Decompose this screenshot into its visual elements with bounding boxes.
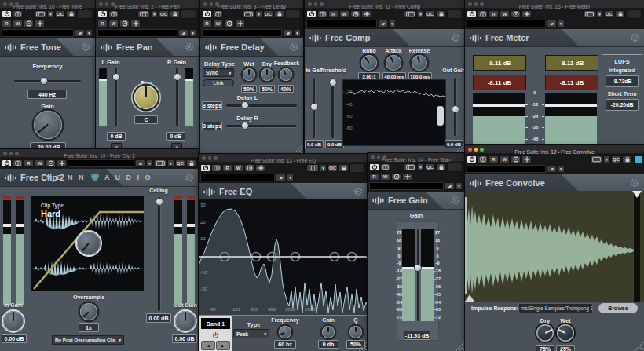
read-automation-button[interactable]: R xyxy=(369,173,379,181)
qc-lock-button[interactable] xyxy=(436,163,446,171)
automation-button[interactable] xyxy=(24,20,34,27)
gain-knob[interactable] xyxy=(322,326,335,338)
ceiling-slider[interactable] xyxy=(158,197,160,311)
add-function-button[interactable] xyxy=(255,164,265,172)
preset-field[interactable] xyxy=(369,182,444,190)
out-gain-value[interactable]: 0.00 dB xyxy=(172,334,197,343)
dropdown-menu-button[interactable]: ▾ xyxy=(456,182,463,190)
settings-gear-icon[interactable] xyxy=(353,187,363,196)
clip-curve-knob[interactable] xyxy=(77,232,101,255)
write-automation-button[interactable]: W xyxy=(108,20,119,27)
clip-type-value[interactable]: Hard xyxy=(41,209,60,218)
qc-button[interactable]: QC xyxy=(425,163,435,171)
release-knob[interactable] xyxy=(412,55,427,71)
automation-button[interactable] xyxy=(224,20,234,27)
dropdown-menu-button[interactable]: ▾ xyxy=(320,164,327,172)
titlebar[interactable]: Free Suite: Ins. 12 - Free Convolve xyxy=(465,145,644,154)
wet-value[interactable]: 50% xyxy=(241,85,257,93)
settings-gear-icon[interactable] xyxy=(630,33,639,42)
start-marker-icon[interactable] xyxy=(465,294,474,302)
qc-button[interactable]: QC xyxy=(263,10,273,18)
settings-gear-icon[interactable] xyxy=(451,196,460,205)
dropdown-menu-button[interactable]: ▾ xyxy=(146,159,153,167)
traffic-lights[interactable] xyxy=(468,2,484,6)
threshold-value[interactable]: 0.0 dB xyxy=(325,140,344,148)
write-automation-button[interactable]: W xyxy=(499,10,510,18)
dropdown-menu-button[interactable]: ▾ xyxy=(558,20,565,27)
automation-button[interactable] xyxy=(244,164,254,172)
impulse-response-path[interactable]: ms/Single Samples/Trompong 3.wav xyxy=(518,303,593,313)
compare-button[interactable] xyxy=(13,159,23,167)
qc-button[interactable]: QC xyxy=(604,10,614,18)
bypass-button[interactable] xyxy=(2,159,12,167)
qc-lock-button[interactable] xyxy=(615,10,625,18)
traffic-lights[interactable] xyxy=(468,148,484,152)
delay-type-dropdown[interactable]: Sync▾ xyxy=(203,68,234,77)
end-marker-icon[interactable] xyxy=(632,191,642,198)
short-term-value[interactable]: -20.20dB xyxy=(606,99,639,111)
traffic-lights[interactable] xyxy=(3,2,19,6)
ab-compare-button[interactable] xyxy=(154,159,166,167)
read-automation-button[interactable]: R xyxy=(202,20,212,27)
preset-field[interactable] xyxy=(68,159,134,167)
preset-field[interactable] xyxy=(306,20,377,27)
integrated-value[interactable]: -9.72dB xyxy=(606,75,639,87)
qc-button[interactable]: QC xyxy=(611,155,621,163)
pan-value[interactable]: C xyxy=(134,115,158,124)
add-function-button[interactable] xyxy=(130,20,141,27)
add-function-button[interactable] xyxy=(35,20,45,27)
dropdown-menu-button[interactable]: ▾ xyxy=(417,10,424,18)
clip-right-readout[interactable]: -8.11 dB xyxy=(545,75,598,90)
wet-value[interactable]: 25% xyxy=(556,345,575,351)
ceiling-slider-handle[interactable] xyxy=(156,198,163,206)
write-automation-button[interactable]: W xyxy=(499,155,510,163)
frequency-value[interactable]: 60 hz xyxy=(274,340,296,349)
r-gain-slider-handle[interactable] xyxy=(174,73,181,81)
qc-button[interactable]: QC xyxy=(175,159,185,167)
preset-step-button[interactable]: ▴▾ xyxy=(75,29,85,37)
threshold-slider[interactable] xyxy=(331,78,334,138)
dropdown-menu-button[interactable]: ▾ xyxy=(417,163,424,171)
wet-knob[interactable] xyxy=(243,68,255,81)
automation-button[interactable] xyxy=(510,155,521,163)
dropdown-menu-button[interactable]: ▾ xyxy=(287,174,294,181)
dropdown-menu-button[interactable]: ▾ xyxy=(189,29,196,37)
dry-knob[interactable] xyxy=(536,324,554,342)
ab-compare-button[interactable] xyxy=(34,10,46,18)
l-gain-value[interactable]: 0 dB xyxy=(107,132,126,141)
preset-step-button[interactable]: ▴▾ xyxy=(283,29,293,37)
settings-gear-icon[interactable] xyxy=(451,33,460,42)
link-button[interactable]: Link xyxy=(203,79,234,86)
titlebar[interactable]: Free Suite: Ins. 11 - Free Comp xyxy=(305,0,465,9)
qc-button[interactable]: QC xyxy=(159,10,169,18)
preset-step-button[interactable]: ▴▾ xyxy=(547,20,557,27)
bypass-button[interactable] xyxy=(306,10,317,18)
bypass-button[interactable] xyxy=(467,10,477,18)
clip-left-readout[interactable]: -8.11 dB xyxy=(473,75,526,90)
read-automation-button[interactable]: R xyxy=(2,20,12,27)
preset-field[interactable] xyxy=(97,29,177,37)
gain-value[interactable]: 0 db xyxy=(318,340,338,349)
threshold-slider-handle[interactable] xyxy=(329,79,337,86)
in-gain-value[interactable]: 0.0 dB xyxy=(305,140,324,148)
compare-button[interactable] xyxy=(108,10,119,18)
titlebar[interactable]: Free Suite: Ins. 15 - Free Meter xyxy=(465,0,644,9)
peak-left-readout[interactable]: -8.11 dB xyxy=(473,55,526,71)
preset-step-button[interactable]: ▴▾ xyxy=(547,165,557,173)
ab-compare-button[interactable] xyxy=(306,164,319,172)
in-gain-value[interactable]: 0.00 dB xyxy=(2,334,27,343)
qc-button[interactable]: QC xyxy=(55,10,65,18)
add-function-button[interactable] xyxy=(521,155,532,163)
preset-step-button[interactable]: ▴▾ xyxy=(276,174,286,181)
q-knob[interactable] xyxy=(349,326,362,338)
read-automation-button[interactable]: R xyxy=(488,155,499,163)
dropdown-menu-button[interactable]: ▾ xyxy=(151,10,158,18)
qc-lock-button[interactable] xyxy=(170,10,180,18)
in-gain-slider-handle[interactable] xyxy=(310,103,318,111)
bypass-button[interactable] xyxy=(369,163,379,171)
preset-field[interactable] xyxy=(467,165,546,173)
titlebar[interactable]: Free Suite: Ins. 14 - Free Gain xyxy=(368,153,465,162)
write-automation-button[interactable]: W xyxy=(213,20,223,27)
delay-l-steps[interactable]: 3 steps xyxy=(202,101,222,110)
read-automation-button[interactable]: R xyxy=(488,10,499,18)
